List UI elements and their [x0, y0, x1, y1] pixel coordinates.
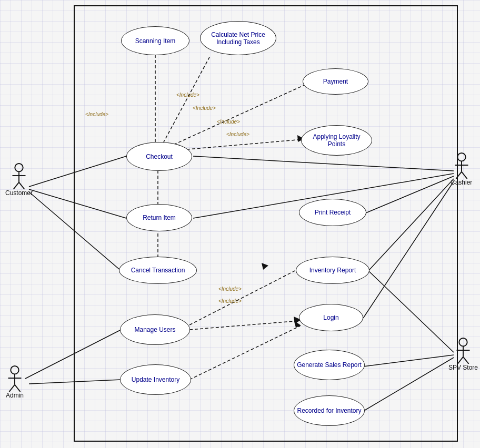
svg-point-38 — [457, 153, 465, 161]
actor-spvstore-label: SPV Store — [448, 364, 478, 371]
svg-line-41 — [456, 172, 462, 179]
actor-admin: Admin — [5, 365, 24, 399]
svg-line-47 — [463, 357, 469, 364]
actor-admin-label: Admin — [6, 392, 24, 399]
svg-line-31 — [13, 182, 19, 189]
include-label-1: <Include> — [85, 111, 108, 117]
include-label-3: <Include> — [193, 105, 216, 111]
svg-line-37 — [15, 385, 21, 392]
include-label-5: <Include> — [226, 131, 249, 137]
usecase-manageusers: Manage Users — [120, 314, 190, 345]
usecase-loyaltypoints: Applying Loyality Points — [301, 125, 372, 156]
usecase-gensalesreport: Generate Sales Report — [294, 350, 365, 380]
svg-point-28 — [15, 164, 23, 171]
usecase-canceltx: Cancel Transaction — [119, 257, 197, 284]
svg-line-42 — [462, 172, 467, 179]
svg-line-32 — [19, 182, 25, 189]
usecase-payment: Payment — [303, 68, 368, 95]
usecase-scanning: Scanning Item — [121, 26, 189, 55]
svg-point-33 — [11, 366, 18, 374]
usecase-checkout: Checkout — [126, 142, 192, 171]
include-label-4: <Include> — [217, 119, 240, 125]
usecase-returnitem: Return Item — [126, 204, 192, 231]
actor-customer: Customer — [5, 163, 33, 197]
include-label-6: <Include> — [218, 286, 242, 292]
include-label-2: <Include> — [176, 92, 199, 98]
include-label-7: <Include> — [218, 298, 242, 304]
svg-line-36 — [9, 385, 15, 392]
usecase-updateinv: Update Inventory — [120, 364, 191, 395]
usecase-calcnet: Calculate Net Price Including Taxes — [200, 21, 276, 55]
svg-line-46 — [457, 357, 463, 364]
actor-customer-label: Customer — [5, 189, 33, 197]
usecase-recordinv: Recorded for Inventory — [294, 395, 365, 426]
usecase-printreceipt: Print Receipt — [299, 199, 366, 226]
usecase-invreport: Inventory Report — [296, 257, 369, 284]
diagram-container: Scanning Item Calculate Net Price Includ… — [0, 0, 480, 448]
svg-point-43 — [459, 338, 467, 346]
actor-cashier: Cashier — [451, 152, 472, 186]
actor-cashier-label: Cashier — [451, 179, 472, 186]
usecase-login: Login — [299, 304, 363, 331]
actor-spvstore: SPV Store — [448, 338, 478, 371]
